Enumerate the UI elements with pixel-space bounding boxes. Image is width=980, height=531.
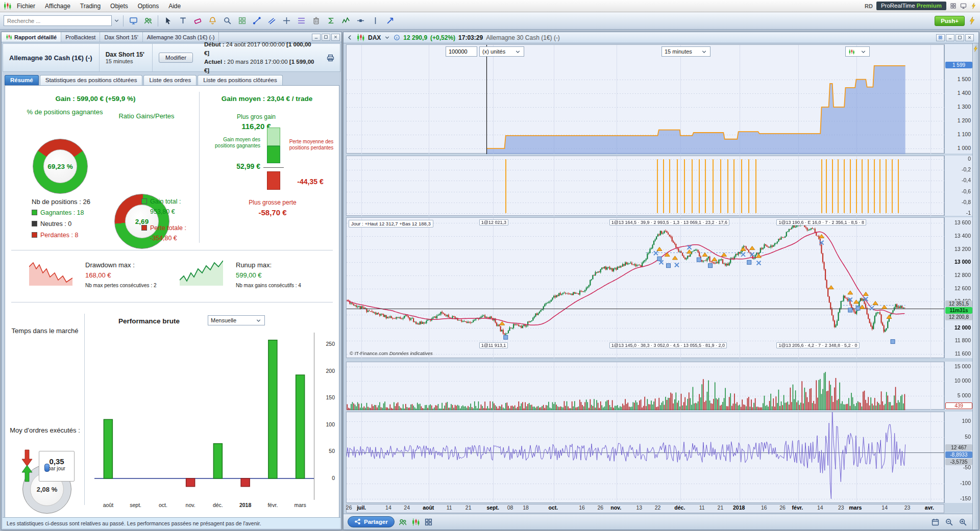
trade-labels-top: 1@12 021,31@13 164,5 · 39,9 · 2 993,5 · … <box>347 219 944 226</box>
chart-type-select[interactable] <box>845 46 870 57</box>
lightning-icon[interactable] <box>972 45 979 52</box>
maximize-button[interactable] <box>322 34 330 41</box>
axis-tick-label: -0,8 <box>962 199 971 205</box>
unit-select[interactable]: (x) unités <box>479 46 524 57</box>
layout-grid-button[interactable] <box>936 34 945 41</box>
modify-button[interactable]: Modifier <box>159 53 193 63</box>
tab-resume[interactable]: Résumé <box>5 75 39 85</box>
search-dropdown-icon[interactable] <box>113 17 120 24</box>
positions-count: Nb de positions : 26 <box>32 198 90 206</box>
time-axis[interactable]: 26juil.1424août1121sept.0818oct.1626nov.… <box>346 504 944 513</box>
text-tool-button[interactable] <box>176 14 189 28</box>
minimize-button[interactable] <box>312 34 321 41</box>
crosshair-tool-button[interactable] <box>280 14 293 28</box>
print-button[interactable] <box>321 54 340 62</box>
axis-tick-label: -1 <box>966 210 971 216</box>
delete-tool-button[interactable] <box>309 14 323 28</box>
symbol-name[interactable]: DAX <box>368 34 381 41</box>
tab-probacktest[interactable]: ProBacktest <box>61 32 100 42</box>
search-input[interactable] <box>4 15 112 26</box>
trade-label: 1@12 021,3 <box>479 219 508 225</box>
arrow-tool-button[interactable] <box>383 14 397 28</box>
position-indicator-pane[interactable] <box>346 156 944 216</box>
oscillator-pane[interactable] <box>346 412 944 503</box>
screens-icon[interactable] <box>960 3 967 9</box>
grid-layout-icon[interactable] <box>424 518 433 526</box>
workspace-button[interactable] <box>127 14 140 28</box>
price-pane[interactable]: Jour : +Haut 12 312,7 +Bas 12 188,3 1@12… <box>346 217 944 358</box>
lightning-icon[interactable] <box>970 3 977 9</box>
axis-tick-label: 5 000 <box>958 392 971 398</box>
zigzag-tool-button[interactable] <box>339 14 352 28</box>
pointer-tool-button[interactable] <box>161 14 175 28</box>
oscillator-canvas[interactable] <box>347 412 945 503</box>
position-bars-canvas[interactable] <box>347 156 945 216</box>
timeline-label: févr. <box>792 504 803 511</box>
info-icon[interactable] <box>394 34 400 41</box>
zoom-in-icon[interactable] <box>959 518 967 526</box>
volume-pane[interactable] <box>346 362 944 410</box>
tab-rapport-detaille[interactable]: Rapport détaillé <box>2 32 61 42</box>
tab-dax-short[interactable]: Dax Short 15' <box>100 32 142 42</box>
equity-curve-pane[interactable] <box>346 44 944 154</box>
timeframe-select[interactable]: 15 minutes <box>662 46 710 57</box>
chevron-left-icon[interactable] <box>347 34 353 41</box>
tab-liste-ordres[interactable]: Liste des ordres <box>143 75 197 85</box>
menu-item-objets[interactable]: Objets <box>106 1 133 11</box>
equity-curve-canvas[interactable] <box>347 45 945 154</box>
losers-text: Perdantes : 8 <box>40 232 78 239</box>
share-button[interactable]: Partager <box>348 516 395 527</box>
channel-tool-button[interactable] <box>265 14 278 28</box>
tab-stats-positions[interactable]: Statistiques des positions clôturées <box>40 75 143 85</box>
axis-tick-label: -0,2 <box>962 166 971 172</box>
gain-line: Gain : 599,00 € (+59,9 %) <box>11 95 180 103</box>
pattern-tool-button[interactable] <box>235 14 249 28</box>
menu-item-affichage[interactable]: Affichage <box>40 1 75 11</box>
winrate-value: 69,23 % <box>33 139 87 193</box>
date-range-icon[interactable] <box>931 518 940 526</box>
timeline-label: 26 <box>779 504 786 511</box>
zoom-out-icon[interactable] <box>945 518 953 526</box>
vertical-line-tool-button[interactable] <box>369 14 382 28</box>
minimize-button[interactable] <box>946 34 954 41</box>
contacts-button[interactable] <box>141 14 155 28</box>
indicator-tool-button[interactable] <box>324 14 337 28</box>
close-button[interactable] <box>331 34 340 41</box>
maximize-button[interactable] <box>955 34 964 41</box>
start-datetime: 24 août 2017 00:00:00 <box>226 41 285 47</box>
symbol-dropdown-icon[interactable] <box>384 34 390 41</box>
lightning-icon[interactable] <box>968 16 976 25</box>
trendline-tool-button[interactable] <box>250 14 263 28</box>
push-notifications-button[interactable]: Push+ <box>935 16 965 26</box>
ratio-donut: 2,69 <box>114 194 169 249</box>
workspace-layout-icon[interactable] <box>950 3 957 9</box>
fibonacci-tool-button[interactable] <box>295 14 308 28</box>
performance-category-label: sept. <box>130 502 141 508</box>
menu-item-trading[interactable]: Trading <box>76 1 105 11</box>
chevron-down-icon <box>255 317 262 324</box>
alert-bell-button[interactable] <box>206 14 219 28</box>
axis-tick-label: -100 <box>960 480 971 486</box>
eraser-tool-button[interactable] <box>191 14 204 28</box>
horizontal-line-tool-button[interactable] <box>354 14 367 28</box>
menu-item-options[interactable]: Options <box>133 1 163 11</box>
price-canvas[interactable] <box>347 218 945 359</box>
multi-chart-icon[interactable] <box>411 518 420 526</box>
user-initials[interactable]: RD <box>865 3 873 9</box>
close-button[interactable] <box>965 34 974 41</box>
contacts-icon[interactable] <box>399 518 407 526</box>
monthly-performance-chart[interactable] <box>94 333 314 500</box>
tab-liste-positions[interactable]: Liste des positions clôturées <box>198 75 282 85</box>
losers-legend: Perdantes : 8 <box>32 232 78 239</box>
share-label: Partager <box>364 519 388 525</box>
quantity-input[interactable] <box>449 48 474 55</box>
volume-canvas[interactable] <box>347 362 945 410</box>
performance-category-label: févr. <box>267 502 278 508</box>
watermark-copyright: © IT-Finance.com <box>350 350 388 356</box>
menu-item-aide[interactable]: Aide <box>164 1 185 11</box>
zoom-tool-button[interactable] <box>220 14 234 28</box>
right-side-strip <box>972 43 978 529</box>
axis-tick-label: 13 600 <box>954 219 971 225</box>
performance-period-select[interactable]: Mensuelle <box>208 315 265 325</box>
menu-item-fichier[interactable]: Fichier <box>12 1 40 11</box>
